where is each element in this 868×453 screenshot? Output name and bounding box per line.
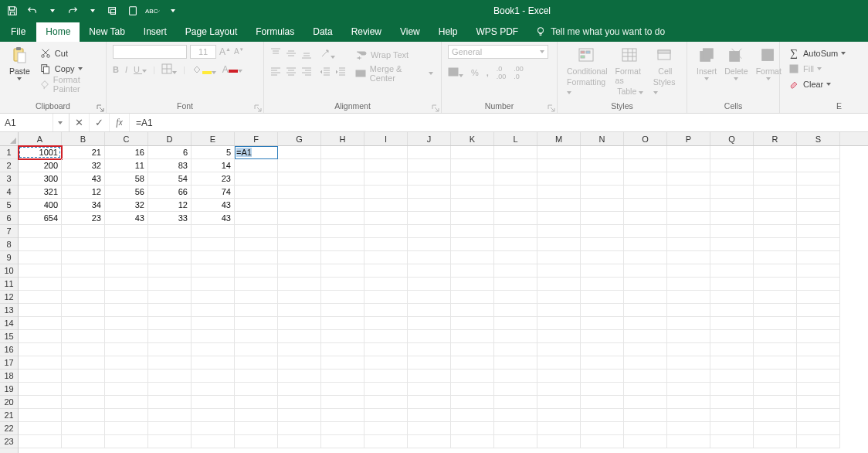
qat-generic-icon[interactable] bbox=[105, 3, 120, 19]
format-as-table-button[interactable]: Format as Table bbox=[612, 45, 649, 97]
cell[interactable] bbox=[581, 291, 624, 304]
cell[interactable] bbox=[278, 199, 321, 212]
cell[interactable] bbox=[537, 238, 581, 251]
cell[interactable]: 58 bbox=[105, 172, 148, 186]
cell[interactable] bbox=[710, 159, 754, 172]
cell[interactable] bbox=[364, 356, 408, 370]
cell[interactable] bbox=[797, 212, 840, 225]
cell[interactable] bbox=[494, 396, 537, 409]
cell[interactable] bbox=[537, 304, 581, 317]
cell[interactable] bbox=[148, 435, 192, 448]
cell[interactable] bbox=[494, 291, 537, 304]
cell[interactable] bbox=[278, 317, 321, 330]
cell[interactable] bbox=[148, 238, 192, 251]
column-header[interactable]: G bbox=[278, 132, 321, 145]
cell[interactable] bbox=[537, 278, 581, 291]
cell[interactable] bbox=[537, 199, 581, 212]
cell[interactable] bbox=[494, 330, 537, 343]
cell[interactable] bbox=[624, 186, 667, 199]
cell[interactable] bbox=[667, 251, 710, 264]
cell[interactable] bbox=[62, 278, 105, 291]
cell[interactable] bbox=[537, 370, 581, 383]
cell[interactable] bbox=[624, 251, 667, 264]
cell[interactable] bbox=[105, 264, 148, 278]
redo-dropdown-icon[interactable] bbox=[85, 3, 100, 19]
cell[interactable] bbox=[581, 146, 624, 159]
column-header[interactable]: I bbox=[364, 132, 408, 145]
row-header[interactable]: 11 bbox=[0, 278, 18, 291]
cell[interactable]: 54 bbox=[148, 172, 192, 186]
cell[interactable] bbox=[19, 264, 62, 278]
cell[interactable] bbox=[105, 396, 148, 409]
align-top-icon[interactable] bbox=[270, 48, 281, 60]
cell[interactable]: 654 bbox=[19, 212, 62, 225]
cell[interactable] bbox=[62, 383, 105, 396]
cell[interactable] bbox=[235, 383, 278, 396]
cell[interactable] bbox=[278, 422, 321, 435]
cell[interactable]: =A1 bbox=[235, 146, 278, 159]
cell[interactable]: 34 bbox=[62, 199, 105, 212]
cell[interactable] bbox=[192, 383, 235, 396]
cell[interactable] bbox=[408, 186, 451, 199]
cell[interactable]: 23 bbox=[62, 212, 105, 225]
cell[interactable] bbox=[105, 422, 148, 435]
row-header[interactable]: 2 bbox=[0, 159, 18, 172]
cell[interactable] bbox=[710, 172, 754, 186]
cell[interactable] bbox=[797, 291, 840, 304]
cell[interactable] bbox=[148, 409, 192, 422]
formula-input[interactable]: =A1 bbox=[130, 114, 868, 131]
cell[interactable] bbox=[494, 409, 537, 422]
cell[interactable] bbox=[408, 291, 451, 304]
cell[interactable] bbox=[19, 409, 62, 422]
cell[interactable]: 66 bbox=[148, 186, 192, 199]
cell[interactable] bbox=[278, 146, 321, 159]
row-header[interactable]: 16 bbox=[0, 343, 18, 356]
cell[interactable] bbox=[321, 291, 364, 304]
cell[interactable] bbox=[408, 264, 451, 278]
column-header[interactable]: N bbox=[581, 132, 624, 145]
cell[interactable] bbox=[148, 422, 192, 435]
cell[interactable] bbox=[667, 172, 710, 186]
cell[interactable] bbox=[62, 356, 105, 370]
cell[interactable] bbox=[537, 186, 581, 199]
cell[interactable] bbox=[754, 356, 797, 370]
cell[interactable] bbox=[451, 370, 494, 383]
cell[interactable] bbox=[537, 291, 581, 304]
cell[interactable] bbox=[537, 172, 581, 186]
cut-button[interactable]: Cut bbox=[38, 46, 100, 60]
cell[interactable] bbox=[581, 396, 624, 409]
tab-page-layout[interactable]: Page Layout bbox=[176, 22, 246, 42]
cell[interactable] bbox=[754, 159, 797, 172]
cell[interactable] bbox=[278, 278, 321, 291]
cell[interactable] bbox=[581, 278, 624, 291]
cell[interactable] bbox=[581, 225, 624, 238]
cell[interactable] bbox=[537, 409, 581, 422]
cell[interactable] bbox=[408, 370, 451, 383]
cell[interactable]: 200 bbox=[19, 159, 62, 172]
column-header[interactable]: O bbox=[624, 132, 667, 145]
cell[interactable] bbox=[408, 435, 451, 448]
cell[interactable] bbox=[235, 396, 278, 409]
cell[interactable] bbox=[451, 212, 494, 225]
cell[interactable] bbox=[105, 370, 148, 383]
tab-view[interactable]: View bbox=[391, 22, 429, 42]
cell-styles-button[interactable]: Cell Styles bbox=[650, 45, 680, 97]
cell[interactable] bbox=[192, 304, 235, 317]
cell[interactable] bbox=[364, 343, 408, 356]
clear-button[interactable]: Clear bbox=[786, 77, 847, 91]
cell[interactable] bbox=[62, 238, 105, 251]
tab-home[interactable]: Home bbox=[36, 22, 80, 42]
cell[interactable] bbox=[192, 264, 235, 278]
enter-formula-button[interactable]: ✓ bbox=[90, 114, 110, 131]
cell[interactable] bbox=[364, 370, 408, 383]
cell[interactable]: 74 bbox=[192, 186, 235, 199]
cell[interactable] bbox=[624, 264, 667, 278]
cell[interactable] bbox=[624, 435, 667, 448]
cell[interactable] bbox=[192, 409, 235, 422]
cell[interactable] bbox=[581, 159, 624, 172]
cell[interactable] bbox=[408, 422, 451, 435]
column-header[interactable]: S bbox=[797, 132, 840, 145]
cell[interactable]: 43 bbox=[62, 172, 105, 186]
cell[interactable] bbox=[581, 343, 624, 356]
cell[interactable] bbox=[754, 409, 797, 422]
